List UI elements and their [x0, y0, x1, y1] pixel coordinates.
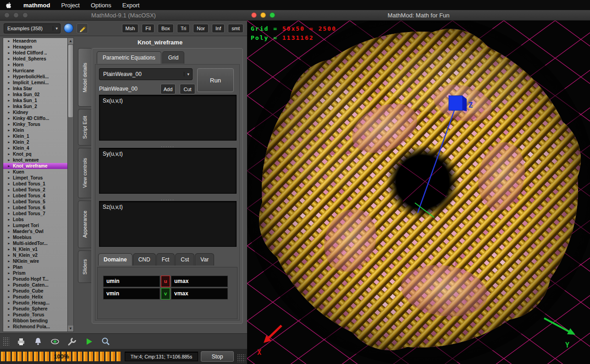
wrench-icon[interactable]: [67, 337, 77, 347]
box-button[interactable]: Box: [158, 24, 174, 33]
example-item[interactable]: ►Hexagon: [3, 44, 67, 50]
tab-fct[interactable]: Fct: [156, 253, 175, 266]
printer-icon[interactable]: [16, 337, 26, 347]
example-item[interactable]: ►Moebius: [3, 234, 67, 240]
example-item[interactable]: ►Klein_4: [3, 145, 67, 151]
tab-parametric-equations[interactable]: Parametric Equations: [97, 51, 161, 64]
example-item[interactable]: ►Pseudo_Sphere: [3, 306, 67, 312]
umax-field[interactable]: umax: [171, 276, 228, 287]
example-item[interactable]: ►Kidney: [3, 109, 67, 115]
example-item[interactable]: ►Lobed Torus_6: [3, 205, 67, 211]
example-item[interactable]: ►Pseudo Hopf T...: [3, 276, 67, 282]
example-item[interactable]: ►Horn: [3, 62, 67, 68]
render-window-titlebar[interactable]: MathMod: Math for Fun: [247, 10, 590, 21]
zoom-button[interactable]: [22, 12, 28, 18]
example-item[interactable]: ►Hurricane: [3, 68, 67, 74]
example-item[interactable]: ►Klein: [3, 127, 67, 133]
tab-cst[interactable]: Cst: [175, 253, 194, 266]
eye-icon[interactable]: [50, 337, 60, 347]
tab-model-details[interactable]: Model details: [78, 48, 91, 107]
texture-button[interactable]: [77, 23, 88, 33]
scrollbar-thumb[interactable]: [68, 45, 73, 117]
tab-sliders[interactable]: Sliders: [78, 250, 91, 283]
examples-dropdown[interactable]: Examples (358) ▾: [4, 23, 61, 33]
example-item[interactable]: ►NKlein_wire: [3, 258, 67, 264]
example-item[interactable]: ►Lobs: [3, 217, 67, 223]
example-item[interactable]: ►Klein_2: [3, 139, 67, 145]
example-item[interactable]: ►Inka Sun_2: [3, 103, 67, 109]
toolbar-grip[interactable]: [3, 337, 9, 346]
example-item[interactable]: ►knot_weave: [3, 157, 67, 163]
resize-grip[interactable]: [237, 354, 245, 362]
vmin-field[interactable]: vmin: [103, 288, 160, 299]
example-item[interactable]: ►Lobed Torus_5: [3, 199, 67, 205]
u-toggle-button[interactable]: u: [161, 276, 170, 287]
examples-scrollbar[interactable]: ▲ ▼: [68, 38, 74, 332]
example-item[interactable]: ►Pseudo_Hexag...: [3, 300, 67, 306]
menu-export[interactable]: Export: [117, 2, 145, 9]
inf-button[interactable]: Inf: [212, 24, 225, 33]
smt-button[interactable]: smt: [228, 24, 243, 33]
example-item[interactable]: ►Inka Sun_1: [3, 98, 67, 103]
example-item[interactable]: ►Inka Star: [3, 86, 67, 92]
apple-menu[interactable]: [0, 2, 18, 9]
scroll-up-icon[interactable]: ▲: [68, 38, 73, 44]
example-item[interactable]: ►Maeder's_Owl: [3, 228, 67, 234]
sz-equation-editor[interactable]: Sz(u,v,t): [99, 201, 237, 247]
example-item[interactable]: ►Pseudo_Caten...: [3, 282, 67, 288]
menu-project[interactable]: Project: [56, 2, 85, 9]
example-item[interactable]: ►Ribbon bending: [3, 318, 67, 324]
fil-button[interactable]: Fil: [142, 24, 154, 33]
tab-script-edit[interactable]: Script Edit: [78, 109, 91, 146]
example-item[interactable]: ►Pseudo_Helix: [3, 294, 67, 300]
minimize-button[interactable]: [13, 12, 19, 18]
example-item[interactable]: ►Lumpet Tori: [3, 223, 67, 228]
example-item[interactable]: ►Richmond Pola...: [3, 324, 67, 330]
example-item[interactable]: ►Holed Clifford ..: [3, 50, 67, 56]
example-item[interactable]: ►Klein_1: [3, 133, 67, 139]
example-item[interactable]: ►Pseudo_Cube: [3, 288, 67, 294]
bell-icon[interactable]: [33, 337, 43, 347]
example-item[interactable]: ►N_Klein_v1: [3, 246, 67, 252]
cut-button[interactable]: Cut: [180, 84, 195, 94]
example-item[interactable]: ►Multi-sidedTor...: [3, 240, 67, 246]
example-item[interactable]: ►Holed_Spheres: [3, 56, 67, 62]
msh-button[interactable]: Msh: [122, 24, 139, 33]
tab-domaine[interactable]: Domaine: [98, 253, 132, 266]
render-viewport[interactable]: Z X Y Grid = 50x50 = 2500: [247, 21, 590, 364]
zoom-button[interactable]: [270, 12, 275, 18]
v-toggle-button[interactable]: v: [161, 288, 170, 299]
tab-appearance[interactable]: Appearance: [78, 201, 91, 248]
example-item[interactable]: ►Knot_pq: [3, 151, 67, 157]
example-item[interactable]: ►Plan: [3, 264, 67, 270]
sy-equation-editor[interactable]: Sy(u,v,t): [99, 148, 237, 194]
tab-var[interactable]: Var: [195, 253, 214, 266]
close-button[interactable]: [251, 12, 257, 18]
minimize-button[interactable]: [260, 12, 266, 18]
example-item[interactable]: ►N_Klein_v2: [3, 252, 67, 258]
example-item[interactable]: ►Inka Sun_02: [3, 92, 67, 98]
tab-view-controls[interactable]: View controls: [78, 148, 91, 198]
example-item[interactable]: ►Limpet_Torus: [3, 175, 67, 181]
control-window-titlebar[interactable]: MathMod-9.1 (MacOSX): [0, 10, 247, 21]
play-icon[interactable]: [84, 337, 94, 347]
example-item[interactable]: ►Lobed Torus_7: [3, 211, 67, 217]
example-item[interactable]: ►Hexaedron: [3, 38, 67, 44]
umin-field[interactable]: umin: [103, 276, 160, 287]
add-button[interactable]: Add: [160, 84, 176, 94]
preset-dropdown[interactable]: PlainWeave_00 ▾: [99, 68, 193, 80]
splitter-handle[interactable]: [99, 141, 237, 147]
search-icon[interactable]: [101, 337, 111, 347]
tab-cnd[interactable]: CND: [133, 253, 156, 266]
example-item[interactable]: ►Kuen: [3, 169, 67, 175]
sphere-button[interactable]: [64, 23, 73, 33]
example-item[interactable]: ►Lobed Torus_2: [3, 187, 67, 193]
nor-button[interactable]: Nor: [193, 24, 209, 33]
example-item[interactable]: ►Kinky 4D Cliffo...: [3, 115, 67, 121]
example-item[interactable]: ►Pseudo_Torus: [3, 312, 67, 318]
splitter-handle[interactable]: [99, 195, 237, 200]
example-item[interactable]: ►Kinky_Torus: [3, 121, 67, 127]
stop-button[interactable]: Stop: [201, 351, 234, 362]
sx-equation-editor[interactable]: Sx(u,v,t): [99, 95, 237, 141]
tri-button[interactable]: Tri: [177, 24, 190, 33]
